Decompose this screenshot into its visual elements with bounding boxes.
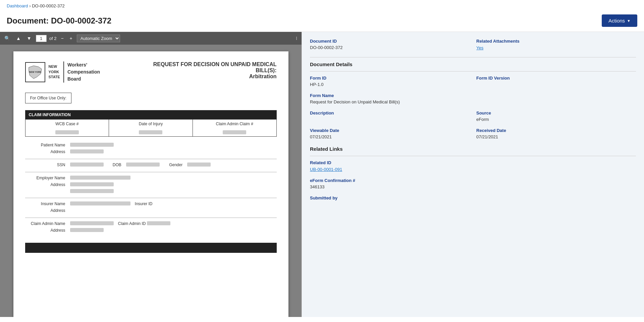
claim-admin-claim-header: Claim Admin Claim # <box>193 120 276 137</box>
ssn-dob-gender-row: SSN DOB Gender <box>25 163 277 167</box>
breadcrumb-current: DO-00-0002-372 <box>32 3 65 8</box>
nys-text-block: NEWYORKSTATE <box>49 64 60 80</box>
pdf-menu-button[interactable]: ⁝ <box>294 35 299 42</box>
claim-info-header: CLAIM INFORMATION <box>25 110 276 120</box>
divider-4 <box>25 218 277 218</box>
patient-name-value <box>70 143 114 147</box>
next-page-button[interactable]: ▼ <box>25 35 33 42</box>
insurer-section: Insurer Name Insurer ID Address <box>25 201 277 213</box>
form-name-value: Request for Decision on Unpaid Medical B… <box>310 99 636 104</box>
submitted-col: Submitted by <box>310 195 636 202</box>
related-attachments-label: Related Attachments <box>476 39 636 44</box>
description-label: Description <box>310 110 470 116</box>
insurer-address-row: Address <box>25 208 277 213</box>
actions-label: Actions <box>608 18 625 24</box>
form-id-label: Form ID <box>310 76 470 81</box>
divider-3 <box>25 198 277 198</box>
nys-state-name: NEWYORKSTATE <box>49 64 60 80</box>
document-details-title: Document Details <box>310 61 636 67</box>
form-name-label: Form Name <box>310 93 636 98</box>
viewable-date-value: 07/21/2021 <box>310 134 470 139</box>
description-col: Description <box>310 110 470 122</box>
source-label: Source <box>476 110 636 116</box>
sidebar-divider-1 <box>310 57 636 57</box>
claim-admin-id-value <box>147 221 170 225</box>
related-id-link[interactable]: UB-00-0001-091 <box>310 167 342 172</box>
wcb-case-value <box>55 130 79 134</box>
pdf-page: NEW YORK NEWYORKSTATE Workers' Compensat… <box>13 51 288 317</box>
insurer-name-value <box>70 201 130 205</box>
source-value: eForm <box>476 117 636 122</box>
breadcrumb-separator: › <box>29 3 31 8</box>
employer-address-1 <box>70 182 114 186</box>
claim-admin-name-row: Claim Admin Name Claim Admin ID <box>25 221 277 226</box>
employer-address-row-2 <box>25 189 277 193</box>
patient-address-row: Address <box>25 149 277 154</box>
form-id-row: Form ID HP-1.0 Form ID Version <box>310 76 636 87</box>
pdf-toolbar: 🔍 ▲ ▼ of 2 − + Automatic Zoom 50% 75% 10… <box>0 32 302 45</box>
sidebar-panel: Document ID DO-00-0002-372 Related Attac… <box>302 32 644 317</box>
form-id-version-col: Form ID Version <box>476 76 636 87</box>
breadcrumb-home-link[interactable]: Dashboard <box>7 3 28 8</box>
document-id-section: Document ID DO-00-0002-372 Related Attac… <box>310 39 636 50</box>
claim-admin-name-value <box>70 221 114 225</box>
chevron-down-icon: ▼ <box>627 19 631 23</box>
claim-admin-address-row: Address <box>25 228 277 233</box>
pdf-content[interactable]: NEW YORK NEWYORKSTATE Workers' Compensat… <box>0 45 302 317</box>
pdf-viewer: 🔍 ▲ ▼ of 2 − + Automatic Zoom 50% 75% 10… <box>0 32 302 317</box>
nys-logo-icon: NEW YORK <box>25 62 45 82</box>
patient-name-row: Patient Name <box>25 143 277 147</box>
employer-name-value <box>70 176 130 180</box>
eform-confirmation-col: eForm Confirmation # 346133 <box>310 178 636 189</box>
pdf-form-header: NEW YORK NEWYORKSTATE Workers' Compensat… <box>25 61 277 83</box>
page-header: Document: DO-00-0002-372 Actions ▼ <box>0 12 644 32</box>
form-id-col: Form ID HP-1.0 <box>310 76 470 87</box>
sidebar-divider-related <box>310 156 636 156</box>
related-id-row: Related ID UB-00-0001-091 <box>310 160 636 172</box>
eform-confirmation-value: 346133 <box>310 184 636 189</box>
form-name-col: Form Name Request for Decision on Unpaid… <box>310 93 636 104</box>
dates-row: Viewable Date 07/21/2021 Received Date 0… <box>310 128 636 139</box>
actions-button[interactable]: Actions ▼ <box>602 14 637 27</box>
zoom-in-button[interactable]: + <box>68 35 74 42</box>
claim-info-table: CLAIM INFORMATION WCB Case # Date of Inj… <box>25 110 277 137</box>
zoom-select[interactable]: Automatic Zoom 50% 75% 100% 125% 150% <box>77 35 120 42</box>
search-button[interactable]: 🔍 <box>3 35 12 42</box>
wcb-title: Workers' Compensation Board <box>63 61 100 83</box>
form-id-value: HP-1.0 <box>310 82 470 87</box>
related-id-col: Related ID UB-00-0001-091 <box>310 160 636 172</box>
related-attachments-link[interactable]: Yes <box>476 45 483 50</box>
received-date-label: Received Date <box>476 128 636 133</box>
related-links-title: Related Links <box>310 146 636 152</box>
date-of-injury-value <box>139 130 162 134</box>
document-id-col: Document ID DO-00-0002-372 <box>310 39 470 50</box>
related-links-section: Related Links Related ID UB-00-0001-091 … <box>310 146 636 202</box>
nys-logo: NEW YORK NEWYORKSTATE Workers' Compensat… <box>25 61 100 83</box>
form-name-row: Form Name Request for Decision on Unpaid… <box>310 93 636 104</box>
insurer-name-row: Insurer Name Insurer ID <box>25 201 277 206</box>
prev-page-button[interactable]: ▲ <box>14 35 22 42</box>
pdf-footer-bar <box>25 243 277 253</box>
claim-admin-section: Claim Admin Name Claim Admin ID Address <box>25 221 277 233</box>
source-col: Source eForm <box>476 110 636 122</box>
patient-section: Patient Name Address <box>25 143 277 154</box>
breadcrumb: Dashboard › DO-00-0002-372 <box>0 0 644 12</box>
claim-admin-claim-value <box>223 130 246 134</box>
eform-confirmation-row: eForm Confirmation # 346133 <box>310 178 636 189</box>
page-number-input[interactable] <box>36 35 47 42</box>
employer-address-2 <box>70 189 114 193</box>
page-total: of 2 <box>49 36 57 41</box>
svg-text:NEW YORK: NEW YORK <box>29 71 41 73</box>
viewable-date-col: Viewable Date 07/21/2021 <box>310 128 470 139</box>
zoom-out-button[interactable]: − <box>59 35 65 42</box>
wcb-case-header: WCB Case # <box>25 120 109 137</box>
page-title: Document: DO-00-0002-372 <box>7 16 111 26</box>
pdf-form-title: REQUEST FOR DECISION ON UNPAID MEDICAL B… <box>149 61 277 80</box>
sidebar-divider-details <box>310 71 636 72</box>
page-current <box>36 35 47 42</box>
eform-confirmation-label: eForm Confirmation # <box>310 178 636 183</box>
dob-value <box>126 163 160 167</box>
divider-1 <box>25 159 277 159</box>
claim-admin-address-value <box>70 228 104 232</box>
date-of-injury-header: Date of Injury <box>109 120 193 137</box>
